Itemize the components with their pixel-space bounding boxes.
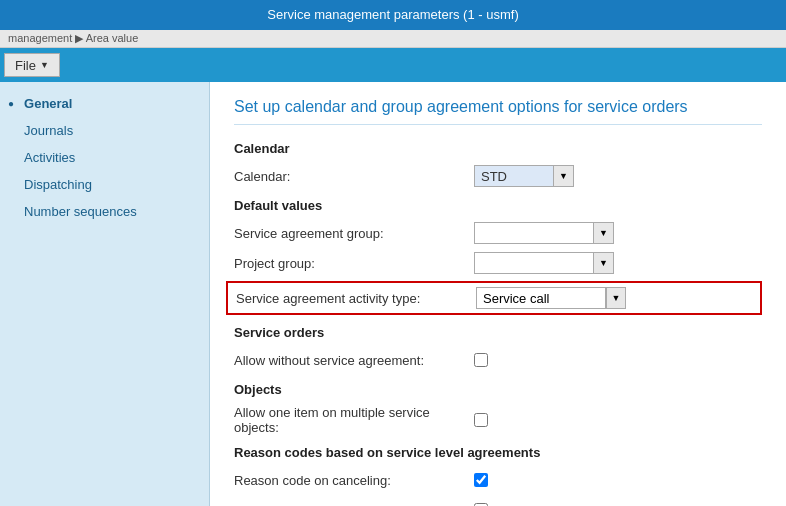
service-agreement-group-row: Service agreement group: ▼ — [234, 221, 762, 245]
sidebar-journals-label: Journals — [24, 123, 73, 138]
allow-without-service-agreement-label: Allow without service agreement: — [234, 353, 474, 368]
title-text: Service management parameters (1 - usmf) — [267, 7, 518, 22]
project-group-field[interactable] — [481, 256, 561, 271]
content-heading: Set up calendar and group agreement opti… — [234, 98, 762, 125]
content-area: Set up calendar and group agreement opti… — [210, 82, 786, 506]
allow-without-service-agreement-row: Allow without service agreement: — [234, 348, 762, 372]
allow-one-item-checkbox[interactable] — [474, 413, 488, 427]
section-title-service-orders: Service orders — [234, 325, 762, 340]
service-agreement-group-label: Service agreement group: — [234, 226, 474, 241]
calendar-dropdown-btn[interactable]: ▼ — [554, 165, 574, 187]
calendar-std-input[interactable]: STD — [474, 165, 554, 187]
section-title-calendar: Calendar — [234, 141, 762, 156]
sidebar-item-activities[interactable]: Activities — [0, 144, 209, 171]
breadcrumb: management ▶ Area value — [0, 30, 786, 48]
service-call-dropdown-btn[interactable]: ▼ — [606, 287, 626, 309]
section-title-objects: Objects — [234, 382, 762, 397]
file-arrow-icon: ▼ — [40, 60, 49, 70]
sidebar-item-general[interactable]: General — [0, 90, 209, 117]
project-group-control: ▼ — [474, 252, 614, 274]
sidebar-dispatching-label: Dispatching — [24, 177, 92, 192]
project-group-row: Project group: ▼ — [234, 251, 762, 275]
calendar-value: STD — [481, 169, 507, 184]
section-title-reason-codes: Reason codes based on service level agre… — [234, 445, 762, 460]
service-call-dropdown: ▼ — [476, 287, 626, 309]
sidebar-item-number-sequences[interactable]: Number sequences — [0, 198, 209, 225]
reason-code-canceling-label: Reason code on canceling: — [234, 473, 474, 488]
reason-code-exceeding-row: Reason code on exceeding time: — [234, 498, 762, 506]
service-agreement-group-control: ▼ — [474, 222, 614, 244]
allow-one-item-checkbox-wrapper — [474, 413, 488, 427]
service-call-input[interactable] — [476, 287, 606, 309]
service-agreement-group-dropdown-btn[interactable]: ▼ — [594, 222, 614, 244]
breadcrumb-text: management ▶ Area value — [8, 32, 138, 45]
reason-code-exceeding-label: Reason code on exceeding time: — [234, 503, 474, 507]
sidebar-number-sequences-label: Number sequences — [24, 204, 137, 219]
calendar-input-wrapper: STD ▼ — [474, 165, 574, 187]
service-agreement-group-field[interactable] — [481, 226, 561, 241]
reason-code-canceling-row: Reason code on canceling: — [234, 468, 762, 492]
service-agreement-activity-type-label: Service agreement activity type: — [236, 291, 476, 306]
project-group-dropdown-btn[interactable]: ▼ — [594, 252, 614, 274]
project-group-label: Project group: — [234, 256, 474, 271]
reason-code-canceling-checkbox[interactable] — [474, 473, 488, 487]
service-agreement-activity-type-row: Service agreement activity type: ▼ — [226, 281, 762, 315]
project-group-input[interactable] — [474, 252, 594, 274]
allow-one-item-label: Allow one item on multiple service objec… — [234, 405, 474, 435]
menu-bar: File ▼ — [0, 48, 786, 82]
file-label: File — [15, 58, 36, 73]
file-menu-button[interactable]: File ▼ — [4, 53, 60, 77]
main-layout: General Journals Activities Dispatching … — [0, 82, 786, 506]
reason-code-canceling-checkbox-wrapper — [474, 473, 488, 487]
allow-without-service-agreement-checkbox[interactable] — [474, 353, 488, 367]
section-title-default-values: Default values — [234, 198, 762, 213]
sidebar-item-journals[interactable]: Journals — [0, 117, 209, 144]
allow-one-item-row: Allow one item on multiple service objec… — [234, 405, 762, 435]
sidebar: General Journals Activities Dispatching … — [0, 82, 210, 506]
title-bar: Service management parameters (1 - usmf) — [0, 0, 786, 30]
sidebar-general-label: General — [24, 96, 72, 111]
calendar-label: Calendar: — [234, 169, 474, 184]
allow-without-service-agreement-checkbox-wrapper — [474, 353, 488, 367]
service-agreement-group-input[interactable] — [474, 222, 594, 244]
sidebar-item-dispatching[interactable]: Dispatching — [0, 171, 209, 198]
calendar-row: Calendar: STD ▼ — [234, 164, 762, 188]
sidebar-activities-label: Activities — [24, 150, 75, 165]
